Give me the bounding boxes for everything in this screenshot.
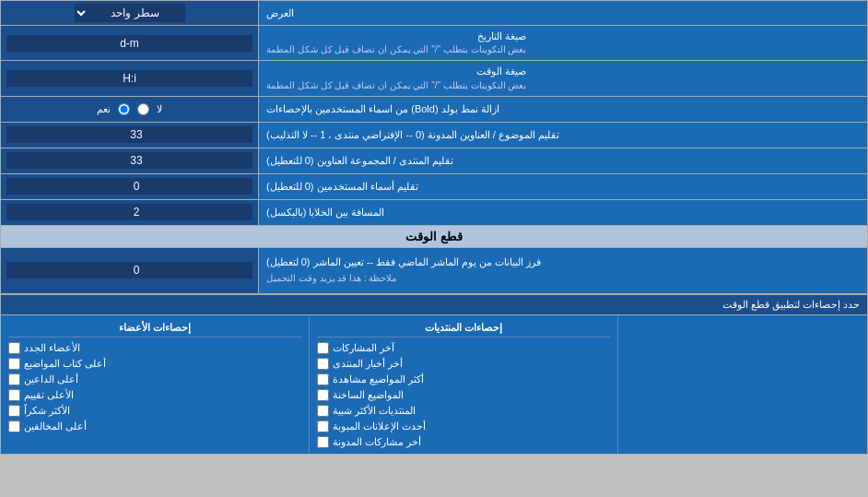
distance-input[interactable] xyxy=(6,204,252,220)
checkbox-hot-topics-input[interactable] xyxy=(317,389,329,401)
bold-no-label: لا xyxy=(157,103,162,115)
snapshot-input[interactable] xyxy=(6,262,252,278)
checkboxes-section: حدد إحصاءات لتطبيق قطع الوقت إحصاءات الم… xyxy=(1,295,867,454)
checkbox-top-violators-input[interactable] xyxy=(8,420,20,432)
checkbox-latest-posts-input[interactable] xyxy=(317,342,329,354)
topics-trim-input-cell xyxy=(1,123,259,148)
forum-trim-input-cell xyxy=(1,148,259,173)
checkboxes-col-right xyxy=(618,315,867,454)
bold-radio-group: لا نعم xyxy=(89,100,170,119)
distance-label: المسافة بين الخلايا (بالبكسل) xyxy=(259,200,867,225)
col-forums-title: إحصاءات المنتديات xyxy=(317,319,610,337)
col-members-title: إحصاءات الأعضاء xyxy=(8,319,301,337)
checkbox-new-members-input[interactable] xyxy=(8,342,20,354)
checkbox-top-inviters: أعلى الداعين xyxy=(8,372,301,387)
topics-trim-input[interactable] xyxy=(6,126,252,143)
date-format-label: صيغة التاريخ بعض التكوينات يتطلب "/" الت… xyxy=(259,26,867,60)
date-format-input[interactable] xyxy=(6,35,252,52)
checkbox-hot-topics: المواضيع الساخنة xyxy=(317,387,610,403)
topics-trim-label: تقليم الموضوع / العناوين المدونة (0 -- ا… xyxy=(259,123,867,148)
checkboxes-col-forums: إحصاءات المنتديات آخر المشاركات أخر أخبا… xyxy=(310,315,618,454)
display-row: العرض سطر واحد سطرين ثلاثة أسطر xyxy=(1,1,867,26)
checkbox-top-topic-writers-input[interactable] xyxy=(8,358,20,370)
checkbox-most-thanked-input[interactable] xyxy=(8,405,20,417)
checkboxes-header: حدد إحصاءات لتطبيق قطع الوقت xyxy=(1,295,867,315)
users-trim-row: تقليم أسماء المستخدمين (0 للتعطيل) xyxy=(1,174,867,200)
checkbox-top-violators: أعلى المخالفين xyxy=(8,419,301,434)
checkbox-most-viewed: أكثر المواضيع مشاهدة xyxy=(317,372,610,387)
checkbox-new-members: الأعضاء الجدد xyxy=(8,340,301,356)
checkbox-top-rated: الأعلى تقييم xyxy=(8,387,301,403)
display-select[interactable]: سطر واحد سطرين ثلاثة أسطر xyxy=(75,4,185,22)
checkbox-most-viewed-input[interactable] xyxy=(317,373,329,385)
forum-trim-input[interactable] xyxy=(6,152,252,169)
snapshot-section: قطع الوقت فرز البيانات من يوم الماشر الم… xyxy=(1,226,867,295)
users-trim-input-cell xyxy=(1,174,259,199)
distance-input-cell xyxy=(1,200,259,225)
date-format-input-cell xyxy=(1,26,259,60)
checkboxes-col-members: إحصاءات الأعضاء الأعضاء الجدد أعلى كتاب … xyxy=(1,315,310,454)
checkbox-most-thanked: الأكثر شكراً xyxy=(8,403,301,419)
distance-row: المسافة بين الخلايا (بالبكسل) xyxy=(1,200,867,226)
display-select-cell: سطر واحد سطرين ثلاثة أسطر xyxy=(1,1,259,25)
checkboxes-grid: إحصاءات المنتديات آخر المشاركات أخر أخبا… xyxy=(1,315,867,454)
checkbox-similar-forums-input[interactable] xyxy=(317,405,329,417)
main-container: العرض سطر واحد سطرين ثلاثة أسطر صيغة الت… xyxy=(0,0,868,455)
snapshot-label: فرز البيانات من يوم الماشر الماضي فقط --… xyxy=(259,248,867,293)
time-format-row: صيغة الوقت بعض التكوينات يتطلب "/" التي … xyxy=(1,61,867,96)
checkbox-classifieds: أحدث الإعلانات المبوبة xyxy=(317,419,610,434)
checkbox-latest-posts: آخر المشاركات xyxy=(317,340,610,356)
time-format-label: صيغة الوقت بعض التكوينات يتطلب "/" التي … xyxy=(259,61,867,95)
bold-radio-cell: لا نعم xyxy=(1,97,259,122)
checkbox-blog-posts: أخر مشاركات المدونة xyxy=(317,434,610,450)
checkbox-forum-news: أخر أخبار المنتدى xyxy=(317,356,610,372)
bold-label: ازالة نمط بولد (Bold) من اسماء المستخدمي… xyxy=(259,97,867,122)
snapshot-row: فرز البيانات من يوم الماشر الماضي فقط --… xyxy=(1,248,867,294)
users-trim-input[interactable] xyxy=(6,178,252,195)
forum-trim-label: تقليم المنتدى / المجموعة العناوين (0 للت… xyxy=(259,148,867,173)
checkbox-top-inviters-input[interactable] xyxy=(8,373,20,385)
bold-row: ازالة نمط بولد (Bold) من اسماء المستخدمي… xyxy=(1,97,867,123)
snapshot-header: قطع الوقت xyxy=(1,226,867,248)
forum-trim-row: تقليم المنتدى / المجموعة العناوين (0 للت… xyxy=(1,148,867,174)
checkbox-similar-forums: المنتديات الأكثر شبية xyxy=(317,403,610,419)
time-format-input[interactable] xyxy=(6,70,252,87)
date-format-row: صيغة التاريخ بعض التكوينات يتطلب "/" الت… xyxy=(1,26,867,61)
topics-trim-row: تقليم الموضوع / العناوين المدونة (0 -- ا… xyxy=(1,123,867,148)
checkbox-forum-news-input[interactable] xyxy=(317,358,329,370)
bold-yes-radio[interactable] xyxy=(118,103,130,115)
checkbox-blog-posts-input[interactable] xyxy=(317,436,329,448)
display-label: العرض xyxy=(259,1,867,25)
checkbox-classifieds-input[interactable] xyxy=(317,420,329,432)
checkbox-top-rated-input[interactable] xyxy=(8,389,20,401)
bold-yes-label: نعم xyxy=(97,103,111,115)
bold-no-radio[interactable] xyxy=(137,103,149,115)
users-trim-label: تقليم أسماء المستخدمين (0 للتعطيل) xyxy=(259,174,867,199)
time-format-input-cell xyxy=(1,61,259,95)
checkbox-top-topic-writers: أعلى كتاب المواضيع xyxy=(8,356,301,372)
snapshot-input-cell xyxy=(1,248,259,293)
